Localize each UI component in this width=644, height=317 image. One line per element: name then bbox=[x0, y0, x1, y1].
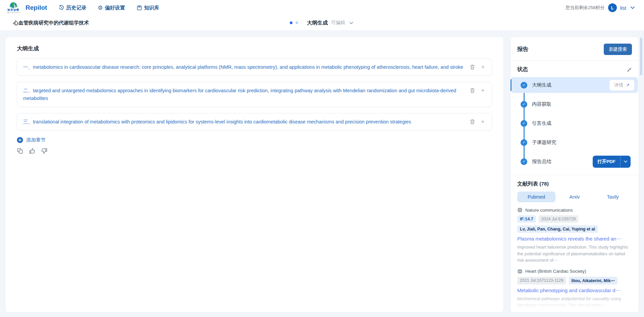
literature-list-title: 文献列表 (78) bbox=[517, 180, 632, 188]
tab-arxiv[interactable]: Arxiv bbox=[555, 192, 594, 202]
globe-icon bbox=[517, 269, 523, 274]
sidebar-title: 报告 bbox=[517, 46, 528, 53]
step-outline-generation[interactable]: ✓ 大纲生成 详情 ↗ bbox=[511, 77, 638, 93]
outline-item-body: metabolomics in cardiovascular disease r… bbox=[33, 64, 463, 70]
check-circle-icon: ✓ bbox=[521, 82, 527, 89]
book-icon bbox=[137, 5, 142, 11]
collapse-icon[interactable] bbox=[626, 67, 632, 72]
step-label: 引言生成 bbox=[532, 120, 551, 126]
top-header: 迪安诊断 DIAN DIAGNOSTICS Repilot 历史记录 ⚙ 偏好设… bbox=[0, 0, 644, 15]
stage-editable-badge: 可编辑 bbox=[331, 20, 345, 26]
step-introduction-generation[interactable]: ✓ 引言生成 bbox=[517, 115, 632, 131]
publication-date-badge: 2021 Jul;1071123-1129 bbox=[517, 277, 566, 284]
step-label: 子课题研究 bbox=[532, 139, 556, 146]
credits-remaining: 您当前剩余258积分 bbox=[566, 5, 605, 11]
publication-date-badge: 2024 Jul 8;155729 bbox=[539, 215, 579, 223]
check-circle-icon: ✓ bbox=[521, 139, 527, 146]
add-subchapter-icon[interactable]: + bbox=[480, 119, 486, 124]
divider bbox=[511, 60, 639, 61]
detail-button-label: 详情 bbox=[614, 82, 623, 88]
thumbs-down-icon[interactable] bbox=[41, 148, 47, 154]
outline-item-text: 二、targeted and untargeted metabolomics a… bbox=[23, 87, 464, 102]
outline-item-text: 三、translational integration of metabolom… bbox=[23, 118, 464, 125]
step-label: 大纲生成 bbox=[532, 82, 551, 88]
article-abstract: improved heart failurerisk prediction. T… bbox=[517, 244, 632, 264]
pdf-dropdown-chevron-icon[interactable] bbox=[621, 156, 631, 168]
main-nav: 历史记录 ⚙ 偏好设置 知识库 bbox=[58, 5, 159, 11]
dian-fan-icon bbox=[9, 2, 18, 9]
authors-badge: Lv, Jiali, Pan, Chang, Cai, Yuping et al bbox=[517, 225, 598, 233]
history-icon bbox=[58, 5, 64, 11]
download-button[interactable]: 下载 bbox=[517, 312, 526, 313]
article-title-link[interactable]: Metabolic phenotyping and cardiovascular… bbox=[517, 287, 632, 294]
check-circle-icon: ✓ bbox=[521, 101, 527, 108]
document-title: 心血管疾病研究中的代谢组学技术 bbox=[13, 20, 89, 26]
tab-tavily[interactable]: Tavily bbox=[594, 192, 632, 202]
thumbs-up-icon[interactable] bbox=[29, 148, 35, 154]
app-title: Repilot bbox=[25, 4, 47, 11]
globe-icon bbox=[517, 207, 523, 213]
chevron-down-icon[interactable] bbox=[630, 5, 635, 11]
dot-active[interactable] bbox=[290, 21, 292, 24]
outline-item-prefix: 三、 bbox=[23, 119, 33, 124]
delete-chapter-icon[interactable] bbox=[470, 88, 475, 93]
delete-chapter-icon[interactable] bbox=[470, 119, 475, 124]
status-title: 状态 bbox=[517, 66, 528, 73]
nav-item-knowledge-base[interactable]: 知识库 bbox=[137, 5, 159, 11]
sub-header: 心血管疾病研究中的代谢组学技术 大纲生成 可编辑 bbox=[0, 15, 644, 30]
brand-name-cn: 迪安诊断 bbox=[7, 9, 19, 12]
outline-item-prefix: 一、 bbox=[23, 64, 33, 70]
detail-button[interactable]: 详情 ↗ bbox=[609, 80, 635, 91]
username[interactable]: list bbox=[620, 5, 626, 11]
stage-chevron-down-icon[interactable] bbox=[348, 20, 354, 26]
gear-icon: ⚙ bbox=[98, 5, 103, 11]
copy-icon[interactable] bbox=[17, 148, 23, 154]
stage-title: 大纲生成 bbox=[307, 19, 328, 27]
step-content-fetch[interactable]: ✓ 内容获取 bbox=[517, 96, 632, 112]
dot-inactive[interactable] bbox=[296, 21, 298, 24]
impact-factor-badge: IF:14.7 bbox=[517, 215, 536, 223]
brand-logo: 迪安诊断 DIAN DIAGNOSTICS bbox=[6, 2, 21, 13]
plus-circle-icon bbox=[17, 137, 23, 143]
brand-name-en: DIAN DIAGNOSTICS bbox=[6, 12, 20, 13]
add-chapter-button[interactable]: 添加章节 bbox=[17, 137, 46, 143]
feedback-toolbar bbox=[17, 148, 492, 154]
step-subtopic-research[interactable]: ✓ 子课题研究 bbox=[517, 135, 632, 150]
outline-panel-title: 大纲生成 bbox=[17, 45, 492, 52]
nav-label: 偏好设置 bbox=[105, 5, 125, 11]
check-circle-icon: ✓ bbox=[521, 158, 527, 165]
outline-item-1[interactable]: 一、metabolomics in cardiovascular disease… bbox=[17, 58, 492, 76]
step-report-summary[interactable]: ✓ 报告总结 打开PDF bbox=[517, 154, 632, 169]
outline-item-body: targeted and untargeted metabolomics app… bbox=[23, 88, 456, 101]
tab-pubmed[interactable]: Pubmed bbox=[517, 192, 555, 202]
open-pdf-button[interactable]: 打开PDF bbox=[593, 156, 631, 168]
page-scrollbar-thumb[interactable] bbox=[640, 38, 642, 75]
delete-chapter-icon[interactable] bbox=[470, 64, 475, 70]
nav-label: 历史记录 bbox=[66, 5, 86, 11]
new-search-button[interactable]: 新建搜索 bbox=[604, 44, 632, 55]
avatar[interactable]: L bbox=[608, 3, 617, 12]
add-subchapter-icon[interactable]: + bbox=[480, 64, 486, 70]
outline-item-body: translational integration of metabolomic… bbox=[33, 119, 411, 124]
check-circle-icon: ✓ bbox=[521, 120, 527, 127]
authors-badge: Iliou, Aikaterini, Mik⋯ bbox=[569, 277, 618, 284]
add-chapter-label: 添加章节 bbox=[26, 137, 46, 143]
outline-item-3[interactable]: 三、translational integration of metabolom… bbox=[17, 113, 492, 130]
stage-pagination-dots bbox=[290, 21, 298, 24]
add-subchapter-icon[interactable]: + bbox=[480, 88, 486, 93]
divider bbox=[511, 175, 639, 175]
status-steps: ✓ 大纲生成 详情 ↗ ✓ 内容获取 ✓ 引言生成 ✓ 子课题研究 ✓ bbox=[517, 77, 632, 169]
literature-entry-1: Nature communications IF:14.7 2024 Jul 8… bbox=[517, 207, 632, 264]
report-sidebar: 报告 新建搜索 状态 ✓ 大纲生成 详情 ↗ ✓ 内容获取 bbox=[510, 37, 639, 313]
article-title-link[interactable]: Plasma metabolomics reveals the shared a… bbox=[517, 236, 632, 242]
outline-item-2[interactable]: 二、targeted and untargeted metabolomics a… bbox=[17, 82, 492, 107]
external-link-icon: ↗ bbox=[626, 83, 630, 88]
nav-item-history[interactable]: 历史记录 bbox=[58, 5, 86, 11]
article-abstract: biochemical pathways andpotential for ca… bbox=[517, 296, 632, 309]
nav-item-preferences[interactable]: ⚙ 偏好设置 bbox=[98, 5, 125, 11]
step-label: 报告总结 bbox=[532, 158, 551, 165]
nav-label: 知识库 bbox=[144, 5, 159, 11]
journal-name: Heart (British Cardiac Society) bbox=[525, 269, 586, 274]
literature-source-tabs: Pubmed Arxiv Tavily bbox=[517, 192, 632, 202]
open-pdf-label: 打开PDF bbox=[593, 156, 621, 168]
